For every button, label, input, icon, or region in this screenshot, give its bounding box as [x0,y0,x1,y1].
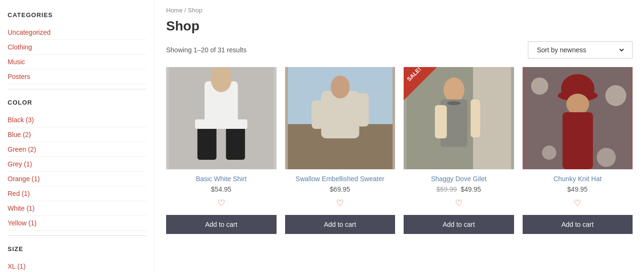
svg-point-27 [566,94,589,115]
divider-1 [8,89,147,89]
breadcrumb-current: Shop [188,7,202,14]
product-price-3: $59.99 $49.95 [436,185,481,193]
sidebar-item-grey[interactable]: Grey (1) [8,157,147,172]
size-title: SIZE [8,245,147,253]
svg-rect-17 [435,105,447,138]
product-image-3: SALE! [404,67,514,169]
sort-dropdown[interactable]: Sort by newnessSort by price: low to hig… [528,41,633,58]
svg-point-22 [605,85,626,106]
sizes-list: XL (1) [8,259,147,272]
add-to-cart-button-2[interactable]: Add to cart [285,215,396,234]
categories-title: CATEGORIES [8,11,147,19]
sidebar-item-posters[interactable]: Posters [8,69,147,84]
wishlist-button-2[interactable]: ♡ [333,197,347,209]
svg-rect-5 [195,119,248,129]
sidebar-item-black[interactable]: Black (3) [8,113,147,127]
product-price-1: $54.95 [211,185,231,193]
breadcrumb-separator: / [183,7,188,14]
product-name-4[interactable]: Chunky Knit Hat [554,175,602,183]
sidebar-item-orange[interactable]: Orange (1) [8,172,147,186]
sidebar-item-xl[interactable]: XL (1) [8,259,147,272]
product-image-4 [523,67,633,169]
sidebar-item-blue[interactable]: Blue (2) [8,127,147,142]
colors-list: Black (3) Blue (2) Green (2) Grey (1) Or… [8,113,147,231]
product-card-4: Chunky Knit Hat $49.95 ♡ Add to cart [523,67,633,234]
svg-point-23 [542,146,556,160]
svg-rect-12 [357,93,368,126]
add-to-cart-button-3[interactable]: Add to cart [404,215,514,234]
divider-2 [8,235,147,236]
product-name-3[interactable]: Shaggy Dove Gilet [431,175,486,183]
svg-rect-18 [471,99,480,137]
sidebar-item-green[interactable]: Green (2) [8,142,147,157]
products-grid: Basic White Shirt $54.95 ♡ Add to cart [166,67,633,234]
svg-point-24 [596,148,615,167]
product-card-3: SALE! Shaggy Dove Gilet $59.99 $49.95 ♡ … [404,67,514,234]
main-content: Home / Shop Shop Showing 1–20 of 31 resu… [155,0,644,272]
product-price-2: $69.95 [330,185,350,193]
svg-point-15 [444,78,465,102]
svg-point-19 [447,101,461,105]
categories-list: Uncategorized Clothing Music Posters [8,25,147,84]
svg-rect-11 [311,100,323,129]
sidebar: CATEGORIES Uncategorized Clothing Music … [0,0,155,272]
add-to-cart-button-1[interactable]: Add to cart [166,215,277,234]
product-image-1 [166,67,277,169]
results-count: Showing 1–20 of 31 results [166,46,247,54]
breadcrumb: Home / Shop [166,7,633,14]
sidebar-item-white[interactable]: White (1) [8,201,147,216]
sidebar-item-uncategorized[interactable]: Uncategorized [8,25,147,40]
svg-point-21 [531,78,548,95]
page-title: Shop [166,19,633,34]
product-price-4: $49.95 [567,185,588,193]
color-title: COLOR [8,99,147,106]
wishlist-button-4[interactable]: ♡ [571,197,584,209]
sidebar-item-yellow[interactable]: Yellow (1) [8,216,147,231]
product-name-2[interactable]: Swallow Embellished Sweater [296,175,385,183]
product-card-1: Basic White Shirt $54.95 ♡ Add to cart [166,67,277,234]
breadcrumb-home[interactable]: Home [166,7,183,14]
sidebar-item-red[interactable]: Red (1) [8,186,147,201]
wishlist-button-3[interactable]: ♡ [452,197,466,209]
results-bar: Showing 1–20 of 31 results Sort by newne… [166,41,633,58]
add-to-cart-button-4[interactable]: Add to cart [523,215,633,234]
product-card-2: Swallow Embellished Sweater $69.95 ♡ Add… [285,67,396,234]
sidebar-item-clothing[interactable]: Clothing [8,40,147,55]
product-name-1[interactable]: Basic White Shirt [196,175,247,183]
sort-select[interactable]: Sort by newnessSort by price: low to hig… [535,46,625,54]
product-image-2 [285,67,396,169]
sidebar-item-music[interactable]: Music [8,55,147,69]
svg-rect-28 [562,112,593,169]
svg-point-10 [330,76,349,98]
wishlist-button-1[interactable]: ♡ [215,197,228,209]
